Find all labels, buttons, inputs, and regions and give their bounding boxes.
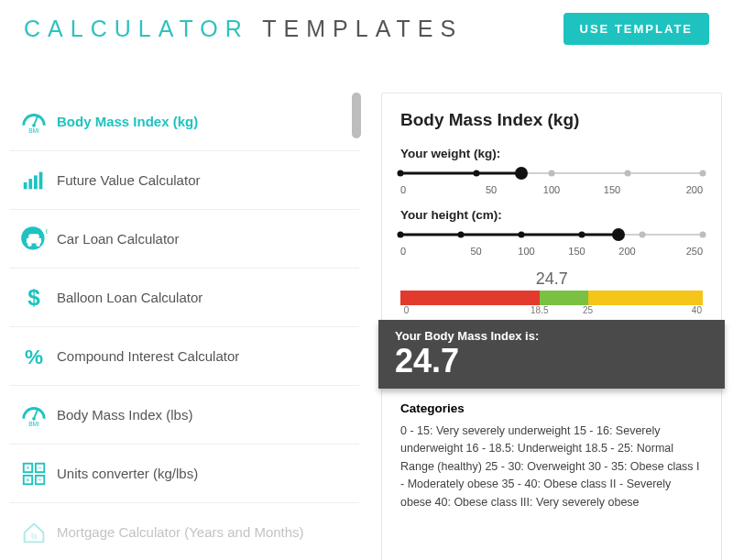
categories-text: 0 - 15: Very severely underweight 15 - 1…: [400, 423, 703, 511]
page-title: CALCULATOR TEMPLATES: [24, 16, 463, 42]
bars-icon: [15, 167, 53, 194]
sidebar-item-label: Compound Interest Calculator: [57, 348, 239, 364]
sidebar-item-label: Balloon Loan Calculator: [57, 290, 202, 305]
percent-icon: [15, 343, 53, 370]
panel-title: Body Mass Index (kg): [400, 110, 703, 130]
sidebar-item-bmi-kg[interactable]: Body Mass Index (kg): [9, 93, 359, 151]
sidebar-item-bmi-lbs[interactable]: Body Mass Index (lbs): [9, 386, 359, 445]
bmi-gauge-icon: [15, 108, 53, 136]
car-icon: [15, 225, 53, 253]
sidebar-item-label: Car Loan Calculator: [57, 231, 179, 247]
height-label: Your height (cm):: [400, 208, 703, 222]
weight-label: Your weight (kg):: [400, 147, 703, 160]
sidebar-item-mortgage[interactable]: Mortgage Calculator (Years and Months): [9, 503, 359, 560]
title-word2: TEMPLATES: [262, 16, 463, 41]
sidebar-item-compound-interest[interactable]: Compound Interest Calculator: [9, 327, 359, 386]
sidebar-item-label: Body Mass Index (kg): [57, 114, 198, 129]
bmi-gauge-icon: [15, 401, 53, 429]
sidebar-item-units-converter[interactable]: Units converter (kg/lbs): [9, 445, 359, 503]
height-slider[interactable]: [400, 227, 703, 242]
sidebar-item-label: Body Mass Index (lbs): [57, 407, 192, 423]
use-template-button[interactable]: USE TEMPLATE: [563, 13, 709, 45]
sidebar-item-balloon-loan[interactable]: Balloon Loan Calculator: [9, 269, 359, 327]
gauge-bar: [400, 291, 703, 305]
sidebar-item-future-value[interactable]: Future Value Calculator: [9, 151, 359, 210]
gauge-labels: 0 18.5 25 40: [400, 305, 703, 316]
categories-title: Categories: [400, 401, 703, 415]
sidebar-item-label: Units converter (kg/lbs): [57, 466, 198, 481]
sidebar: Body Mass Index (kg) Future Value Calcul…: [9, 93, 359, 560]
result-box: Your Body Mass Index is: 24.7: [378, 320, 725, 389]
title-word1: CALCULATOR: [24, 16, 249, 41]
result-lead: Your Body Mass Index is:: [395, 329, 708, 343]
sidebar-item-label: Future Value Calculator: [57, 172, 200, 188]
house-icon: [15, 519, 53, 546]
calculator-panel: Body Mass Index (kg) Your weight (kg): 0…: [381, 93, 722, 560]
height-ticks: 0 50 100 150 200 250: [400, 246, 703, 257]
dollar-icon: [15, 284, 53, 312]
sidebar-item-label: Mortgage Calculator (Years and Months): [57, 524, 304, 540]
weight-slider[interactable]: [400, 166, 703, 181]
result-value: 24.7: [395, 345, 708, 378]
grid-icon: [15, 460, 53, 488]
gauge-value: 24.7: [533, 269, 570, 289]
weight-ticks: 0 50 100 150 200: [400, 184, 703, 195]
sidebar-item-car-loan[interactable]: Car Loan Calculator: [9, 210, 359, 269]
